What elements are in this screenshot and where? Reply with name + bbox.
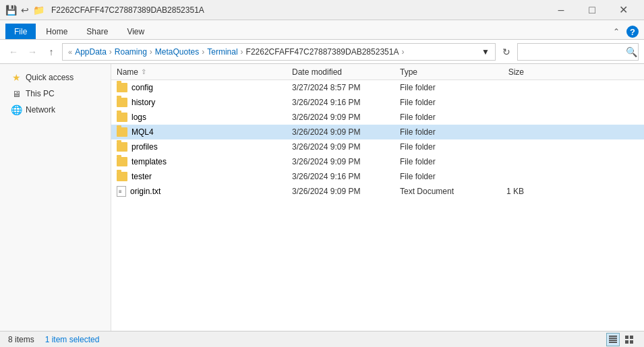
item-count: 8 items [8, 335, 34, 344]
file-date: 3/26/2024 9:16 PM [287, 98, 394, 107]
file-date: 3/26/2024 9:09 PM [287, 113, 394, 122]
file-type: Text Document [394, 187, 475, 196]
file-size: 1 KB [475, 187, 529, 196]
folder-icon [117, 113, 127, 122]
pc-icon: 🖥 [11, 88, 22, 99]
undo-icon[interactable]: ↩ [21, 5, 29, 15]
save-icon[interactable]: 💾 [5, 5, 17, 15]
file-type: File folder [394, 113, 475, 122]
sidebar: ★ Quick access 🖥 This PC 🌐 Network [0, 64, 111, 331]
sidebar-item-this-pc[interactable]: 🖥 This PC [0, 86, 111, 102]
file-name: history [131, 98, 155, 107]
up-button[interactable]: ↑ [43, 44, 59, 60]
window-controls: – □ ✕ [546, 0, 639, 20]
sidebar-label-quick-access: Quick access [26, 73, 74, 82]
ribbon-collapse-icon[interactable]: ⌃ [609, 26, 624, 38]
table-row[interactable]: MQL4 3/26/2024 9:09 PM File folder [111, 125, 644, 139]
file-name: origin.txt [130, 187, 160, 196]
tab-share[interactable]: Share [78, 24, 117, 39]
tab-home[interactable]: Home [37, 24, 76, 39]
col-header-size[interactable]: Size [475, 67, 529, 77]
main-content: ★ Quick access 🖥 This PC 🌐 Network Name … [0, 64, 644, 331]
selection-status: 1 item selected [45, 335, 100, 344]
title-bar: 💾 ↩ 📁 F2262CFAFF47C27887389DAB2852351A –… [0, 0, 644, 20]
address-path[interactable]: « AppData › Roaming › MetaQuotes › Termi… [62, 43, 496, 61]
sidebar-item-network[interactable]: 🌐 Network [0, 102, 111, 118]
file-list-header: Name ⇧ Date modified Type Size [111, 64, 644, 80]
sidebar-label-network: Network [26, 105, 55, 115]
file-date: 3/26/2024 9:16 PM [287, 172, 394, 181]
maximize-button[interactable]: □ [577, 0, 608, 20]
sort-indicator: ⇧ [141, 68, 146, 75]
table-row[interactable]: history 3/26/2024 9:16 PM File folder [111, 95, 644, 110]
col-header-date[interactable]: Date modified [287, 67, 394, 77]
col-header-type[interactable]: Type [394, 67, 475, 77]
svg-rect-2 [609, 340, 617, 341]
file-type: File folder [394, 172, 475, 181]
forward-button[interactable]: → [24, 44, 40, 60]
file-name: tester [131, 172, 152, 181]
title-bar-icons: 💾 ↩ 📁 [5, 5, 45, 15]
svg-rect-6 [625, 340, 628, 344]
file-list: Name ⇧ Date modified Type Size config 3/… [111, 64, 644, 331]
ribbon-help-icon[interactable]: ? [626, 26, 639, 38]
back-button[interactable]: ← [5, 44, 22, 60]
table-row[interactable]: logs 3/26/2024 9:09 PM File folder [111, 110, 644, 125]
file-type: File folder [394, 98, 475, 107]
network-icon: 🌐 [11, 104, 22, 115]
sidebar-item-quick-access[interactable]: ★ Quick access [0, 69, 111, 86]
details-view-icon [608, 335, 618, 344]
folder-icon [117, 127, 127, 137]
breadcrumb-dbl-arrow: « [68, 48, 72, 56]
file-date: 3/26/2024 9:09 PM [287, 157, 394, 166]
table-row[interactable]: config 3/27/2024 8:57 PM File folder [111, 80, 644, 95]
table-row[interactable]: templates 3/26/2024 9:09 PM File folder [111, 154, 644, 169]
status-right [606, 333, 636, 346]
path-dropdown-icon[interactable]: ▼ [481, 47, 490, 57]
file-name: profiles [131, 142, 158, 152]
file-name: config [131, 83, 153, 92]
svg-rect-4 [625, 336, 628, 339]
sidebar-label-this-pc: This PC [26, 89, 55, 98]
breadcrumb-current: F2262CFAFF47C27887389DAB2852351A [246, 47, 399, 57]
ribbon: File Home Share View ⌃ ? [0, 20, 644, 40]
table-row[interactable]: profiles 3/26/2024 9:09 PM File folder [111, 139, 644, 154]
table-row[interactable]: tester 3/26/2024 9:16 PM File folder [111, 169, 644, 184]
file-name: templates [131, 157, 167, 166]
table-row[interactable]: origin.txt 3/26/2024 9:09 PM Text Docume… [111, 184, 644, 199]
txt-icon [117, 186, 126, 197]
svg-rect-0 [609, 336, 617, 337]
file-type: File folder [394, 157, 475, 166]
folder-icon [117, 172, 127, 181]
breadcrumb-appdata[interactable]: AppData [75, 47, 107, 57]
file-date: 3/26/2024 9:09 PM [287, 142, 394, 152]
tab-file[interactable]: File [5, 24, 36, 39]
status-bar: 8 items 1 item selected [0, 331, 644, 347]
file-type: File folder [394, 127, 475, 137]
folder-icon [117, 83, 127, 92]
tab-view[interactable]: View [118, 24, 153, 39]
search-box[interactable]: 🔍 [517, 43, 639, 61]
svg-rect-3 [609, 342, 617, 343]
breadcrumb-roaming[interactable]: Roaming [115, 47, 147, 57]
file-type: File folder [394, 142, 475, 152]
svg-rect-5 [630, 336, 633, 339]
breadcrumb-metaquotes[interactable]: MetaQuotes [155, 47, 199, 57]
ribbon-tabs: File Home Share View ⌃ ? [0, 20, 644, 39]
file-name: MQL4 [131, 127, 154, 137]
col-header-name[interactable]: Name ⇧ [111, 67, 287, 77]
file-name: logs [131, 113, 146, 122]
breadcrumb-terminal[interactable]: Terminal [207, 47, 237, 57]
close-button[interactable]: ✕ [608, 0, 639, 20]
view-details-button[interactable] [606, 333, 620, 346]
address-bar: ← → ↑ « AppData › Roaming › MetaQuotes ›… [0, 40, 644, 64]
file-type: File folder [394, 83, 475, 92]
view-large-icons-button[interactable] [622, 333, 636, 346]
refresh-button[interactable]: ↻ [498, 44, 515, 60]
svg-rect-1 [609, 338, 617, 339]
status-left: 8 items 1 item selected [8, 335, 99, 344]
svg-rect-7 [630, 340, 633, 344]
folder-icon [117, 98, 127, 107]
minimize-button[interactable]: – [546, 0, 577, 20]
search-input[interactable] [522, 47, 623, 57]
